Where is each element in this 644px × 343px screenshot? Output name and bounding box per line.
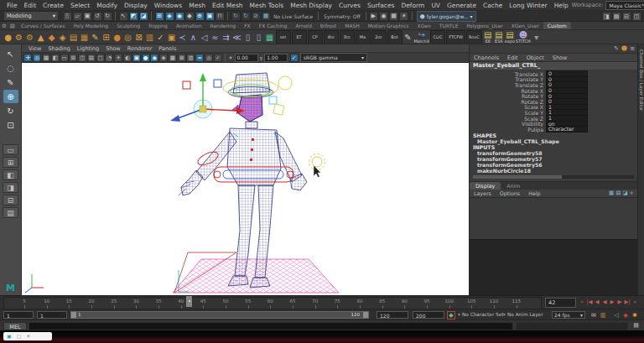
taskbar-app-icon[interactable]: ▣ [7, 334, 12, 339]
shelf-tab[interactable]: MASH [340, 22, 364, 29]
shelf-box-button[interactable]: ▣ [167, 31, 177, 44]
set-character-key-icon[interactable]: ◆ [447, 311, 455, 320]
play-forwards-button[interactable]: ▶ [609, 298, 615, 306]
shelf-tab[interactable]: Bifrost [316, 22, 340, 29]
workspace-dropdown[interactable]: Maya Classic*▾ [605, 1, 644, 10]
layer-editor-menu-item[interactable]: Layers [470, 190, 496, 196]
anim-layer-dropdown[interactable]: ▾No Anim Layer [503, 311, 543, 319]
shelf-menu-icon[interactable]: ▤ [10, 23, 15, 29]
render-settings-icon[interactable]: ▦ [389, 12, 398, 21]
bookmarks-icon[interactable]: ◧ [51, 54, 60, 62]
separator[interactable] [318, 12, 319, 20]
shelf-sphere-button[interactable]: ● [112, 31, 122, 44]
gamma-icon[interactable]: γ [260, 55, 263, 60]
shelf-diamond-button[interactable]: ◆ [47, 31, 57, 44]
select-by-component-icon[interactable]: ◪ [139, 12, 148, 21]
shelf-tab[interactable]: Curves / Surfaces [17, 22, 70, 29]
shelf-wave-button[interactable]: ≈ [210, 31, 221, 44]
selected-object-name[interactable]: Master_Eyeball_CTRL_ [470, 62, 637, 70]
shaded-icon[interactable]: ▢ [96, 54, 105, 62]
layer-editor-tab[interactable]: Display [470, 182, 501, 190]
scale-tool[interactable]: ⊡ [3, 118, 18, 132]
channel-box-menu-item[interactable]: Show [548, 55, 572, 61]
account-dropdown[interactable]: ☻ tyler.gogan@w... ▾ [417, 11, 476, 22]
animation-end-field[interactable]: 200 [413, 311, 444, 319]
restore-window-icon[interactable]: ▢ [17, 334, 22, 339]
viewport-menu-item[interactable]: View [25, 45, 44, 52]
new-layer-move-selected-icon[interactable]: ◪ [622, 190, 627, 196]
shape-node-name[interactable]: Master_Eyeball_CTRL_Shape [470, 138, 637, 144]
anim-snapshot-icon[interactable]: ▥ [599, 311, 607, 320]
menu-item[interactable]: Help [551, 2, 572, 9]
range-start-handle[interactable] [71, 312, 76, 318]
lights-icon[interactable]: ☀ [114, 54, 122, 62]
construction-history-icon[interactable]: ▦ [262, 12, 271, 21]
shelf-stack-button[interactable]: ▤ [69, 31, 79, 44]
depth-of-field-icon[interactable]: ◈ [159, 54, 168, 62]
select-by-object-icon[interactable]: ◩ [129, 12, 138, 21]
menu-item[interactable]: Display [121, 2, 151, 9]
menu-item[interactable]: File [3, 2, 21, 9]
layer-list[interactable] [470, 239, 637, 295]
multisampling-icon[interactable]: ◉ [150, 54, 158, 62]
layer-editor-menu-item[interactable]: Help [524, 190, 544, 196]
channel-box-menu-item[interactable]: Object [522, 55, 548, 61]
no-live-surface-label[interactable]: No Live Surface [273, 13, 313, 19]
shelf-script-button-et[interactable]: ET [292, 30, 307, 44]
viewport-menu-item[interactable]: Show [102, 45, 124, 52]
shelf-script-button-cp[interactable]: CP [308, 30, 323, 44]
command-language-toggle[interactable]: MEL [3, 322, 27, 330]
two-d-pan-zoom-icon[interactable]: ⊞ [69, 54, 77, 62]
menu-item[interactable]: Mesh [185, 2, 209, 9]
shelf-tab[interactable]: Rendering [206, 22, 241, 29]
close-window-icon[interactable]: ✕ [26, 334, 30, 339]
animation-preferences-icon[interactable]: ✱ [631, 311, 639, 320]
snap-to-projected-center-icon[interactable]: ◆ [185, 12, 195, 21]
joint-xray-icon[interactable]: ▥ [186, 54, 195, 62]
shelf-script-button-set[interactable]: set [276, 30, 291, 44]
render-icon[interactable]: ▶ [369, 12, 378, 21]
play-backwards-button[interactable]: ◀ [601, 298, 608, 306]
shelf-sphere-button[interactable]: ● [3, 31, 13, 44]
attribute-editor-toggle[interactable]: ◨ [602, 12, 611, 21]
shelf-e8-button[interactable]: ▤ E8 [483, 31, 493, 44]
shelf-pencil-button[interactable]: ✎ [403, 31, 413, 44]
channel-box-toggle[interactable]: ⊟ [622, 12, 631, 21]
ambient-occlusion-icon[interactable]: ▣ [132, 54, 141, 62]
menu-item[interactable]: Generate [444, 2, 480, 9]
color-management-toggle[interactable]: ✓ [290, 54, 299, 62]
separator[interactable] [151, 12, 152, 20]
shelf-diamond-button[interactable]: ◈ [58, 31, 68, 44]
make-live-icon[interactable]: ▣ [205, 12, 215, 21]
layer-editor-menu-item[interactable]: Options [496, 190, 524, 196]
input-node-name[interactable]: transformGeometry56 [470, 162, 637, 168]
isolate-select-icon[interactable]: ▩ [169, 54, 177, 62]
shelf-tab[interactable]: FX [240, 22, 255, 29]
redo-icon[interactable]: ↻ [103, 12, 112, 21]
two-pane-side-layout-button[interactable]: ◧ [3, 169, 18, 180]
shelf-script-button-2or[interactable]: 2or [371, 30, 387, 44]
snap-to-grid-icon[interactable]: ⊞ [155, 12, 164, 21]
image-plane-icon[interactable]: ▭ [60, 54, 69, 62]
shelf-gear-button[interactable]: ⚙ [14, 31, 24, 44]
select-by-hierarchy-icon[interactable]: ↖ [119, 12, 128, 21]
resolution-gate-icon[interactable]: ✓ [214, 54, 222, 62]
ipr-render-icon[interactable]: ◉ [379, 12, 388, 21]
mute-audio-icon[interactable]: ◁ [612, 311, 621, 320]
channel-box-menu-item[interactable]: Edit [503, 55, 522, 61]
command-result-field[interactable] [516, 322, 628, 330]
shelf-uv-grid-button[interactable]: ▦ [265, 31, 275, 44]
menu-item[interactable]: Windows [151, 2, 185, 9]
shelf-rows-button[interactable]: ▥ [145, 31, 155, 44]
menu-set-dropdown[interactable]: Modeling▾ [3, 11, 59, 21]
shelf-es6-button[interactable]: ▤ ES6 [494, 31, 504, 44]
new-scene-icon[interactable]: ▯ [63, 12, 72, 21]
shelf-script-button-4to[interactable]: 4to [324, 30, 339, 44]
shelf-tab[interactable]: XGen_User [507, 22, 543, 29]
go-to-playback-start-button[interactable]: « [579, 298, 585, 306]
rotate-tool[interactable]: ↻ [3, 104, 18, 117]
plugin-shading-icon[interactable]: ◎ [205, 54, 213, 62]
shelf-file-button[interactable]: ▯ [243, 31, 253, 44]
motion-blur-icon[interactable]: ● [142, 54, 150, 62]
new-empty-layer-icon[interactable]: ▦ [609, 190, 614, 196]
